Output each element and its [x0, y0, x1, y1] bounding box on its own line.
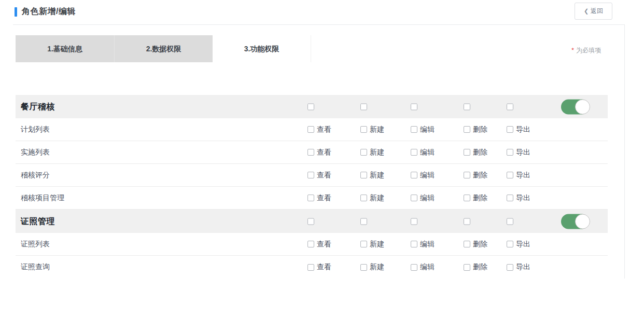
permission-checkbox-cell[interactable]: [307, 103, 314, 110]
permission-checkbox-cell[interactable]: 删除: [464, 125, 487, 134]
checkbox[interactable]: [307, 195, 314, 201]
permission-checkbox-cell[interactable]: [411, 103, 417, 110]
permission-checkbox-cell[interactable]: [507, 218, 513, 225]
checkbox[interactable]: [307, 172, 314, 178]
checkbox[interactable]: [464, 264, 470, 271]
checkbox[interactable]: [507, 149, 513, 156]
checkbox[interactable]: [411, 103, 417, 110]
checkbox-label: 新建: [370, 171, 384, 180]
checkbox-label: 删除: [473, 193, 487, 203]
group-toggle-switch[interactable]: [561, 214, 589, 229]
title-accent-bar: [15, 7, 17, 17]
permission-checkbox-cell[interactable]: 新建: [360, 240, 384, 249]
permission-checkbox-cell[interactable]: 编辑: [411, 171, 435, 180]
permission-checkbox-cell[interactable]: 导出: [507, 262, 530, 272]
checkbox[interactable]: [411, 172, 417, 178]
checkbox[interactable]: [307, 103, 314, 110]
permission-checkbox-cell[interactable]: 新建: [360, 193, 384, 203]
permission-checkbox-cell[interactable]: 编辑: [411, 193, 435, 203]
checkbox[interactable]: [411, 241, 417, 247]
permission-row-label: 稽核项目管理: [21, 193, 64, 203]
permission-checkbox-cell[interactable]: 新建: [360, 262, 384, 272]
permission-checkbox-cell[interactable]: [360, 103, 367, 110]
back-button[interactable]: ❮ 返回: [575, 3, 612, 20]
permission-checkbox-cell[interactable]: [464, 218, 470, 225]
permission-checkbox-cell[interactable]: 删除: [464, 171, 487, 180]
permission-checkbox-cell[interactable]: 编辑: [411, 262, 435, 272]
checkbox[interactable]: [307, 218, 314, 225]
permission-checkbox-cell[interactable]: 查看: [307, 262, 331, 272]
checkbox-label: 导出: [516, 262, 530, 272]
checkbox[interactable]: [411, 149, 417, 156]
checkbox[interactable]: [307, 264, 314, 271]
permission-checkbox-cell[interactable]: [307, 218, 314, 225]
checkbox[interactable]: [360, 172, 367, 178]
permission-checkbox-cell[interactable]: 删除: [464, 262, 487, 272]
tab-basic-info[interactable]: 1.基础信息: [16, 35, 114, 62]
checkbox[interactable]: [360, 195, 367, 201]
permission-checkbox-cell[interactable]: 新建: [360, 171, 384, 180]
permission-checkbox-cell[interactable]: [464, 103, 470, 110]
permission-checkbox-cell[interactable]: 导出: [507, 193, 530, 203]
checkbox[interactable]: [507, 241, 513, 247]
permission-checkbox-cell[interactable]: 导出: [507, 171, 530, 180]
checkbox[interactable]: [507, 172, 513, 178]
checkbox[interactable]: [464, 103, 470, 110]
permission-checkbox-cell[interactable]: 编辑: [411, 125, 435, 134]
group-title: 餐厅稽核: [21, 101, 55, 112]
group-header-row: 证照管理: [16, 210, 608, 233]
permission-checkbox-cell[interactable]: [360, 218, 367, 225]
checkbox[interactable]: [464, 195, 470, 201]
permission-checkbox-cell[interactable]: 新建: [360, 148, 384, 157]
tab-data-perms[interactable]: 2.数据权限: [114, 35, 213, 62]
permission-checkbox-cell[interactable]: 删除: [464, 148, 487, 157]
checkbox-label: 查看: [317, 125, 331, 134]
content-card: 1.基础信息2.数据权限3.功能权限 *为必填项 餐厅稽核计划列表查看新建编辑删…: [13, 25, 625, 279]
checkbox[interactable]: [307, 149, 314, 156]
checkbox[interactable]: [507, 103, 513, 110]
checkbox[interactable]: [507, 264, 513, 271]
checkbox[interactable]: [360, 126, 367, 133]
page-title-block: 角色新增/编辑: [15, 6, 76, 17]
permission-checkbox-cell[interactable]: [507, 103, 513, 110]
checkbox[interactable]: [360, 264, 367, 271]
permission-row: 稽核项目管理查看新建编辑删除导出: [16, 187, 608, 210]
checkbox[interactable]: [360, 218, 367, 225]
checkbox-label: 查看: [317, 171, 331, 180]
checkbox[interactable]: [464, 126, 470, 133]
checkbox[interactable]: [307, 126, 314, 133]
permission-checkbox-cell[interactable]: 导出: [507, 240, 530, 249]
checkbox[interactable]: [360, 241, 367, 247]
permission-checkbox-cell[interactable]: 查看: [307, 171, 331, 180]
permission-row-label: 计划列表: [21, 125, 50, 134]
permission-checkbox-cell[interactable]: 编辑: [411, 148, 435, 157]
checkbox[interactable]: [411, 218, 417, 225]
checkbox[interactable]: [307, 241, 314, 247]
permission-checkbox-cell[interactable]: 导出: [507, 148, 530, 157]
permission-checkbox-cell[interactable]: [411, 218, 417, 225]
checkbox[interactable]: [411, 195, 417, 201]
checkbox[interactable]: [507, 195, 513, 201]
checkbox[interactable]: [464, 241, 470, 247]
permission-checkbox-cell[interactable]: 查看: [307, 125, 331, 134]
permission-checkbox-cell[interactable]: 编辑: [411, 240, 435, 249]
permission-checkbox-cell[interactable]: 查看: [307, 240, 331, 249]
checkbox[interactable]: [464, 218, 470, 225]
permission-checkbox-cell[interactable]: 查看: [307, 193, 331, 203]
checkbox[interactable]: [411, 126, 417, 133]
checkbox[interactable]: [411, 264, 417, 271]
checkbox-label: 查看: [317, 240, 331, 249]
checkbox[interactable]: [507, 218, 513, 225]
checkbox[interactable]: [360, 103, 367, 110]
permission-checkbox-cell[interactable]: 导出: [507, 125, 530, 134]
checkbox[interactable]: [360, 149, 367, 156]
checkbox[interactable]: [507, 126, 513, 133]
group-toggle-switch[interactable]: [561, 99, 589, 114]
checkbox[interactable]: [464, 149, 470, 156]
tab-feature-perms[interactable]: 3.功能权限: [213, 35, 311, 62]
permission-checkbox-cell[interactable]: 查看: [307, 148, 331, 157]
permission-checkbox-cell[interactable]: 新建: [360, 125, 384, 134]
permission-checkbox-cell[interactable]: 删除: [464, 240, 487, 249]
checkbox[interactable]: [464, 172, 470, 178]
permission-checkbox-cell[interactable]: 删除: [464, 193, 487, 203]
